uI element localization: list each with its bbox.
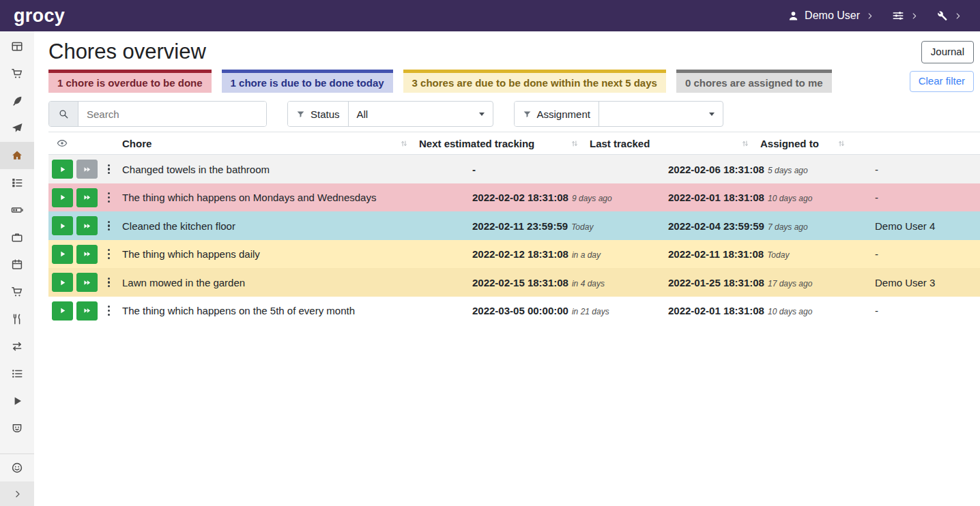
next-estimated-tracking-cell: - bbox=[467, 164, 663, 175]
sidebar-item-utensils[interactable] bbox=[0, 306, 34, 333]
row-menu-button[interactable] bbox=[103, 218, 115, 235]
column-header-last-tracked[interactable]: Last tracked bbox=[583, 132, 754, 154]
grocy-logo[interactable]: grocy bbox=[14, 7, 65, 25]
sidebar-item-paper-plane[interactable] bbox=[0, 115, 34, 142]
chevron-right-icon bbox=[953, 12, 962, 20]
column-header-next-estimated-tracking[interactable]: Next estimated tracking bbox=[413, 132, 583, 154]
next-tracking-datetime: 2022-02-15 18:31:08 bbox=[472, 277, 568, 288]
sidebar-item-feather[interactable] bbox=[0, 87, 34, 115]
main-content: Chores overview Journal 1 chore is overd… bbox=[34, 31, 980, 506]
sidebar-item-battery[interactable] bbox=[0, 196, 34, 224]
skip-next-execution-button[interactable] bbox=[76, 160, 98, 179]
user-menu[interactable]: Demo User bbox=[788, 10, 874, 22]
sidebar-item-home[interactable] bbox=[0, 142, 34, 169]
skip-next-execution-button[interactable] bbox=[76, 273, 98, 292]
sidebar-item-tasks[interactable] bbox=[0, 169, 34, 196]
eye-icon bbox=[57, 138, 68, 149]
search-icon bbox=[49, 102, 78, 126]
feather-icon bbox=[11, 95, 23, 107]
skip-next-execution-button[interactable] bbox=[76, 188, 98, 207]
due-today-chip[interactable]: 1 chore is due to be done today bbox=[222, 70, 393, 93]
last-tracked-cell: 2022-01-25 18:31:0817 days ago bbox=[663, 277, 869, 288]
sidebar-item-shopping-cart[interactable] bbox=[0, 60, 34, 87]
track-chore-execution-button[interactable] bbox=[52, 160, 73, 179]
table-icon bbox=[11, 40, 23, 53]
briefcase-icon bbox=[11, 231, 23, 243]
chore-name: Cleaned the kitchen floor bbox=[116, 220, 467, 232]
row-menu-button[interactable] bbox=[103, 274, 115, 291]
overdue-chip[interactable]: 1 chore is overdue to be done bbox=[48, 70, 212, 93]
sidebar-item-exchange[interactable] bbox=[0, 333, 34, 360]
skip-next-execution-button[interactable] bbox=[76, 216, 98, 235]
sidebar bbox=[0, 31, 34, 506]
paper-plane-icon bbox=[11, 122, 23, 134]
chore-name: Changed towels in the bathroom bbox=[116, 164, 467, 175]
next-tracking-datetime: 2022-02-02 18:31:08 bbox=[472, 192, 568, 203]
next-tracking-timeago: in 21 days bbox=[572, 307, 609, 316]
assigned-to-cell: - bbox=[869, 305, 980, 316]
row-menu-button[interactable] bbox=[103, 302, 115, 319]
assignment-select[interactable] bbox=[599, 102, 723, 126]
track-chore-execution-button[interactable] bbox=[52, 301, 73, 321]
track-chore-execution-button[interactable] bbox=[52, 273, 73, 292]
track-chore-execution-button[interactable] bbox=[52, 216, 73, 235]
row-menu-button[interactable] bbox=[103, 161, 115, 178]
sort-icon bbox=[400, 139, 408, 148]
next-tracking-timeago: 9 days ago bbox=[572, 194, 612, 203]
sidebar-collapse-button[interactable] bbox=[0, 481, 34, 506]
chores-table-body: Changed towels in the bathroom - 2022-02… bbox=[48, 155, 980, 325]
fast-forward-icon bbox=[83, 278, 91, 287]
search-input[interactable] bbox=[78, 102, 266, 126]
clear-filter-button[interactable]: Clear filter bbox=[910, 71, 974, 92]
table-row: The thing which happens daily 2022-02-12… bbox=[48, 240, 980, 269]
next-tracking-datetime: 2022-02-11 23:59:59 bbox=[472, 220, 568, 232]
utensils-icon bbox=[11, 313, 23, 325]
row-menu-button[interactable] bbox=[103, 189, 115, 206]
chore-name: The thing which happens daily bbox=[116, 248, 467, 260]
sidebar-item-table[interactable] bbox=[0, 33, 34, 60]
ellipsis-icon bbox=[108, 249, 110, 251]
assignment-filter-prefix: Assignment bbox=[515, 102, 599, 126]
last-tracked-datetime: 2022-02-06 18:31:08 bbox=[668, 164, 764, 175]
sidebar-item-calendar[interactable] bbox=[0, 251, 34, 278]
filter-icon bbox=[523, 110, 532, 119]
play-icon bbox=[58, 250, 67, 258]
next-tracking-datetime: - bbox=[472, 164, 476, 175]
column-visibility-toggle[interactable] bbox=[48, 138, 116, 149]
status-select[interactable]: All bbox=[349, 102, 493, 126]
due-soon-chip[interactable]: 3 chores are due to be done within the n… bbox=[403, 70, 666, 93]
sidebar-item-shopping-cart-2[interactable] bbox=[0, 278, 34, 306]
journal-button[interactable]: Journal bbox=[921, 41, 974, 63]
play-icon bbox=[11, 395, 23, 407]
chevron-right-icon bbox=[865, 12, 874, 20]
assigned-chip-label: 0 chores are assigned to me bbox=[685, 77, 823, 89]
row-menu-button[interactable] bbox=[103, 245, 115, 263]
sidebar-item-mask[interactable] bbox=[0, 415, 34, 442]
skip-next-execution-button[interactable] bbox=[76, 245, 98, 264]
table-row: Changed towels in the bathroom - 2022-02… bbox=[48, 155, 980, 183]
ellipsis-icon bbox=[108, 221, 110, 223]
sidebar-item-briefcase[interactable] bbox=[0, 224, 34, 251]
track-chore-execution-button[interactable] bbox=[52, 245, 73, 264]
ellipsis-icon bbox=[108, 278, 110, 280]
settings-menu[interactable] bbox=[892, 10, 919, 22]
sidebar-item-play[interactable] bbox=[0, 387, 34, 415]
sort-icon bbox=[741, 139, 749, 148]
track-chore-execution-button[interactable] bbox=[52, 188, 73, 207]
wrench-icon bbox=[936, 10, 948, 22]
admin-menu[interactable] bbox=[936, 10, 962, 22]
column-header-assigned-to[interactable]: Assigned to bbox=[754, 132, 850, 154]
last-tracked-datetime: 2022-02-01 18:31:08 bbox=[668, 192, 764, 203]
assigned-to-me-chip[interactable]: 0 chores are assigned to me bbox=[676, 70, 832, 93]
tasks-icon bbox=[11, 177, 23, 189]
skip-next-execution-button[interactable] bbox=[76, 301, 98, 321]
column-header-chore[interactable]: Chore bbox=[116, 132, 413, 154]
sidebar-item-smiley[interactable] bbox=[0, 454, 34, 481]
user-name-label: Demo User bbox=[805, 10, 860, 22]
assigned-to-cell: - bbox=[869, 248, 980, 260]
play-icon bbox=[58, 278, 67, 287]
calendar-icon bbox=[11, 258, 23, 271]
sidebar-item-list[interactable] bbox=[0, 360, 34, 387]
list-icon bbox=[11, 368, 23, 380]
next-estimated-tracking-cell: 2022-02-02 18:31:089 days ago bbox=[467, 192, 663, 203]
